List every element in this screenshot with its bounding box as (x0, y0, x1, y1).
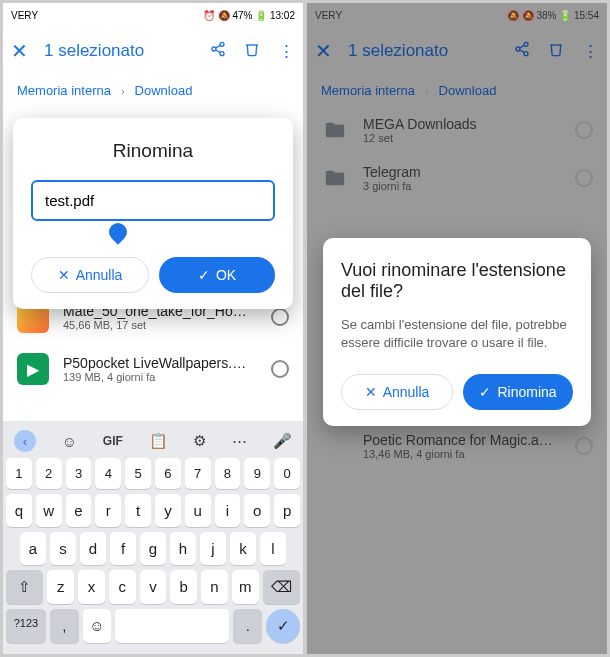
key[interactable]: c (109, 570, 136, 604)
key[interactable]: t (125, 494, 151, 527)
close-icon[interactable]: ✕ (11, 39, 28, 63)
file-name: Telegram (363, 164, 553, 180)
select-radio[interactable] (575, 169, 593, 187)
key[interactable]: i (215, 494, 241, 527)
key[interactable]: w (36, 494, 62, 527)
share-icon[interactable] (514, 41, 530, 62)
key[interactable]: 4 (95, 458, 121, 489)
select-radio[interactable] (575, 121, 593, 139)
letter-row: ⇧ zxcvbnm ⌫ (6, 570, 300, 604)
cancel-button[interactable]: ✕ Annulla (341, 374, 453, 410)
more-icon[interactable]: ⋯ (232, 432, 247, 450)
delete-icon[interactable] (244, 41, 260, 62)
more-icon[interactable]: ⋮ (278, 41, 295, 62)
key[interactable]: h (170, 532, 196, 565)
key[interactable]: b (170, 570, 197, 604)
rename-input[interactable] (31, 180, 275, 221)
bottom-row: ?123 , ☺ . ✓ (6, 609, 300, 643)
list-item[interactable]: ▶ P50pocket LiveWallpapers.apk 139 MB, 4… (3, 343, 303, 395)
dialog-title: Vuoi rinominare l'estensione del file? (341, 260, 573, 302)
file-name: MEGA Downloads (363, 116, 553, 132)
key[interactable]: q (6, 494, 32, 527)
list-item[interactable]: Telegram 3 giorni fa (307, 154, 607, 202)
key[interactable]: e (66, 494, 92, 527)
key[interactable]: 5 (125, 458, 151, 489)
select-radio[interactable] (575, 437, 593, 455)
ok-button[interactable]: ✓ OK (159, 257, 275, 293)
key[interactable]: v (140, 570, 167, 604)
key[interactable]: d (80, 532, 106, 565)
breadcrumb-root[interactable]: Memoria interna (17, 83, 111, 98)
breadcrumb-current[interactable]: Download (439, 83, 497, 98)
key[interactable]: g (140, 532, 166, 565)
enter-key[interactable]: ✓ (266, 609, 300, 643)
select-radio[interactable] (271, 360, 289, 378)
list-item[interactable]: Poetic Romance for Magic.apk 13,46 MB, 4… (307, 422, 607, 470)
key[interactable]: 1 (6, 458, 32, 489)
share-icon[interactable] (210, 41, 226, 62)
key[interactable]: u (185, 494, 211, 527)
cursor-handle[interactable] (105, 219, 130, 244)
backspace-key[interactable]: ⌫ (263, 570, 300, 604)
list-item[interactable]: MEGA Downloads 12 set (307, 106, 607, 154)
key[interactable]: r (95, 494, 121, 527)
breadcrumb-root[interactable]: Memoria interna (321, 83, 415, 98)
key[interactable]: y (155, 494, 181, 527)
key[interactable]: 6 (155, 458, 181, 489)
left-phone: VERY ⏰ 🔕 47% 🔋 13:02 ✕ 1 selezionato ⋮ M… (3, 3, 303, 654)
svg-point-6 (516, 47, 520, 51)
key[interactable]: x (78, 570, 105, 604)
gif-button[interactable]: GIF (103, 434, 123, 448)
key[interactable]: 8 (215, 458, 241, 489)
folder-icon (321, 116, 349, 144)
comma-key[interactable]: , (50, 609, 79, 643)
carrier-label: VERY (11, 10, 38, 21)
file-meta: 139 MB, 4 giorni fa (63, 371, 257, 383)
select-radio[interactable] (271, 308, 289, 326)
chevron-right-icon: › (425, 85, 429, 97)
mic-icon[interactable]: 🎤 (273, 432, 292, 450)
key[interactable]: k (230, 532, 256, 565)
svg-line-9 (520, 50, 525, 53)
status-right: 🔕 🔕 38% 🔋 15:54 (507, 10, 599, 21)
more-icon[interactable]: ⋮ (582, 41, 599, 62)
symbols-key[interactable]: ?123 (6, 609, 46, 643)
key[interactable]: 9 (244, 458, 270, 489)
close-icon[interactable]: ✕ (315, 39, 332, 63)
close-icon: ✕ (365, 384, 377, 400)
sticker-icon[interactable]: ☺ (62, 433, 77, 450)
collapse-icon[interactable]: ‹ (14, 430, 36, 452)
rename-button[interactable]: ✓ Rinomina (463, 374, 573, 410)
key[interactable]: o (244, 494, 270, 527)
key[interactable]: p (274, 494, 300, 527)
emoji-key[interactable]: ☺ (83, 609, 112, 643)
breadcrumb-current[interactable]: Download (135, 83, 193, 98)
key[interactable]: m (232, 570, 259, 604)
period-key[interactable]: . (233, 609, 262, 643)
settings-icon[interactable]: ⚙ (193, 432, 206, 450)
delete-icon[interactable] (548, 41, 564, 62)
clipboard-icon[interactable]: 📋 (149, 432, 168, 450)
key[interactable]: a (20, 532, 46, 565)
key[interactable]: f (110, 532, 136, 565)
key[interactable]: n (201, 570, 228, 604)
key[interactable]: l (260, 532, 286, 565)
close-icon: ✕ (58, 267, 70, 283)
shift-key[interactable]: ⇧ (6, 570, 43, 604)
key[interactable]: 2 (36, 458, 62, 489)
carrier-label: VERY (315, 10, 342, 21)
space-key[interactable] (115, 609, 229, 643)
cancel-button[interactable]: ✕ Annulla (31, 257, 149, 293)
chevron-right-icon: › (121, 85, 125, 97)
key[interactable]: 3 (66, 458, 92, 489)
selection-header: ✕ 1 selezionato ⋮ (3, 27, 303, 75)
key[interactable]: s (50, 532, 76, 565)
file-meta: 12 set (363, 132, 561, 144)
key[interactable]: 0 (274, 458, 300, 489)
key[interactable]: 7 (185, 458, 211, 489)
key[interactable]: j (200, 532, 226, 565)
status-bar: VERY 🔕 🔕 38% 🔋 15:54 (307, 3, 607, 27)
file-meta: 13,46 MB, 4 giorni fa (363, 448, 561, 460)
key[interactable]: z (47, 570, 74, 604)
svg-point-1 (212, 47, 216, 51)
